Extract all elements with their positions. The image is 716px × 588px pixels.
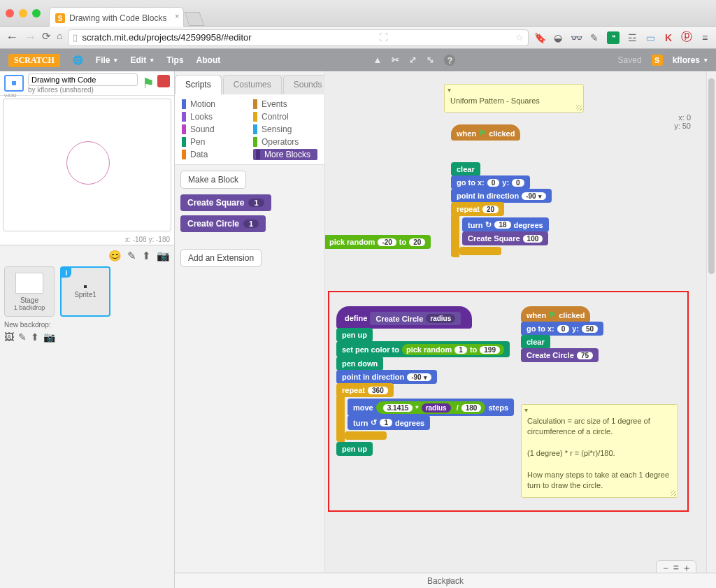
bookmark-star-icon[interactable]: ☆ [515,32,524,43]
turn-block[interactable]: turn↻18degrees [462,217,549,232]
turn-ccw-icon: ↺ [371,418,377,427]
ext-hangouts-icon[interactable]: ❝ [607,31,620,44]
pen-up-block-2[interactable]: pen up [336,442,373,456]
cat-sound[interactable]: Sound [182,124,246,135]
cat-motion[interactable]: Motion [182,99,246,110]
scripts-canvas[interactable]: x: 0 y: 50 Uniform Pattern - Squares pic… [325,71,716,588]
url-text: scratch.mit.edu/projects/42599958/#edito… [82,32,251,43]
nav-home-icon[interactable]: ⌂ [57,30,62,45]
backpack-expand-icon[interactable]: ▲ [445,575,454,585]
cat-data[interactable]: Data [182,149,246,160]
ext-window-icon[interactable]: ▭ [645,32,656,43]
browser-tab[interactable]: S Drawing with Code Blocks × [49,7,184,27]
globe-icon[interactable]: 🌐 [73,55,83,65]
stage-thumb[interactable]: Stage 1 backdrop [4,266,55,317]
stop-icon[interactable] [157,75,170,87]
url-bar[interactable]: ▯ scratch.mit.edu/projects/42599958/#edi… [68,29,529,46]
grow-icon[interactable]: ⤢ [409,55,417,66]
ext-buffer-icon[interactable]: ☲ [626,32,638,43]
window-close[interactable] [6,9,14,17]
help-icon[interactable]: ? [444,55,455,66]
menu-edit[interactable]: Edit [130,55,154,65]
palette-create-square-block[interactable]: Create Square1 [180,194,271,211]
clear-block-2[interactable]: clear [521,335,550,349]
backdrop-paint-icon[interactable]: ✎ [18,331,27,343]
cat-operators[interactable]: Operators [253,136,317,148]
when-flag-clicked-hat-2[interactable]: when⚑clicked [521,306,590,322]
add-extension-button[interactable]: Add an Extension [180,249,262,267]
tab-scripts[interactable]: Scripts [175,75,222,94]
pen-down-block[interactable]: pen down [336,357,383,371]
ext-pinterest-icon[interactable]: ⓟ [681,32,692,43]
scratch-favicon: S [55,13,65,23]
nav-back-icon[interactable]: ← [6,30,18,45]
menu-about[interactable]: About [196,55,221,65]
user-avatar-icon[interactable]: S [652,55,663,66]
tab-costumes[interactable]: Costumes [223,75,282,94]
menu-tips[interactable]: Tips [166,55,183,65]
user-menu[interactable]: kflores [673,55,708,65]
cat-pen[interactable]: Pen [182,136,246,148]
cat-control[interactable]: Control [253,111,317,122]
backdrop-library-icon[interactable]: 🖼 [4,331,14,343]
tab-title: Drawing with Code Blocks [69,13,166,23]
when-flag-clicked-hat[interactable]: when⚑clicked [451,124,520,141]
repeat-block[interactable]: repeat20 [451,202,504,216]
sprite-paint-icon[interactable]: ✎ [127,250,136,262]
cat-looks[interactable]: Looks [182,111,246,122]
make-a-block-button[interactable]: Make a Block [180,171,246,189]
set-pen-color-block[interactable]: set pen color to pick random1to199 [336,341,510,357]
comment-resize-handle[interactable] [576,105,582,110]
green-flag-icon[interactable]: ⚑ [142,75,155,92]
goto-xy-block[interactable]: go to x:0y:0 [451,175,530,189]
scripts-scrollbar-vertical[interactable] [706,71,716,588]
comment-calculation[interactable]: Calculation = arc size of 1 degree of ci… [521,404,678,498]
scratch-logo[interactable]: SCRATCH [8,54,60,67]
stage-canvas[interactable] [3,99,171,231]
backdrop-camera-icon[interactable]: 📷 [43,331,55,343]
move-steps-block[interactable]: move 3.1415 * radius / 180 steps [348,399,514,416]
create-square-call[interactable]: Create Square100 [462,231,548,245]
pen-up-block[interactable]: pen up [336,328,373,342]
turn-1-block[interactable]: turn↺1degrees [348,415,430,430]
sprite-info-icon[interactable]: i [62,268,71,278]
fullscreen-icon[interactable]: ⛶ [379,32,388,43]
stamp-icon[interactable]: ▲ [373,55,382,66]
ext-pocket-icon[interactable]: ◒ [552,32,564,43]
backpack-panel[interactable]: Backpack ▲ [175,573,716,588]
new-tab-button[interactable] [185,12,205,26]
ext-k-icon[interactable]: K [663,32,674,43]
repeat-360-block[interactable]: repeat360 [336,383,394,397]
nav-reload-icon[interactable]: ⟳ [42,30,51,45]
project-title-input[interactable] [28,73,138,86]
browser-menu-icon[interactable]: ≡ [699,32,710,43]
window-minimize[interactable] [19,9,27,17]
define-create-circle-hat[interactable]: define Create Circle radius [336,306,472,329]
fullscreen-stage-icon[interactable] [4,75,24,92]
point-direction-block-2[interactable]: point in direction-90 [336,370,437,384]
tab-close-icon[interactable]: × [175,12,179,20]
backdrop-upload-icon[interactable]: ⬆ [31,331,39,343]
ext-mask-icon[interactable]: 👓 [571,32,582,43]
palette-create-circle-block[interactable]: Create Circle1 [180,215,266,232]
duplicate-icon[interactable]: ✂ [392,55,399,66]
window-zoom[interactable] [32,9,41,17]
shrink-icon[interactable]: ⤡ [427,55,434,66]
clear-block[interactable]: clear [451,162,480,176]
menu-file[interactable]: File [96,55,118,65]
create-circle-call[interactable]: Create Circle75 [521,348,599,362]
sprite1-thumb[interactable]: i Sprite1 [60,266,110,317]
goto-xy-block-2[interactable]: go to x:0y:50 [521,322,603,336]
sprite-camera-icon[interactable]: 📷 [157,250,170,262]
cat-more-blocks[interactable]: More Blocks [253,149,317,160]
comment-resize-handle[interactable] [671,490,676,496]
pick-random-block[interactable]: pick random-20to20 [325,235,431,249]
sprite-library-icon[interactable]: 😊 [108,250,122,262]
ext-wand-icon[interactable]: ✎ [589,32,600,43]
sprite-upload-icon[interactable]: ⬆ [142,250,151,262]
cat-sensing[interactable]: Sensing [253,124,317,135]
comment-uniform-pattern[interactable]: Uniform Pattern - Squares [444,84,584,113]
ext-tag-icon[interactable]: 🔖 [534,32,545,43]
cat-events[interactable]: Events [253,99,317,110]
point-direction-block[interactable]: point in direction-90 [451,189,552,203]
